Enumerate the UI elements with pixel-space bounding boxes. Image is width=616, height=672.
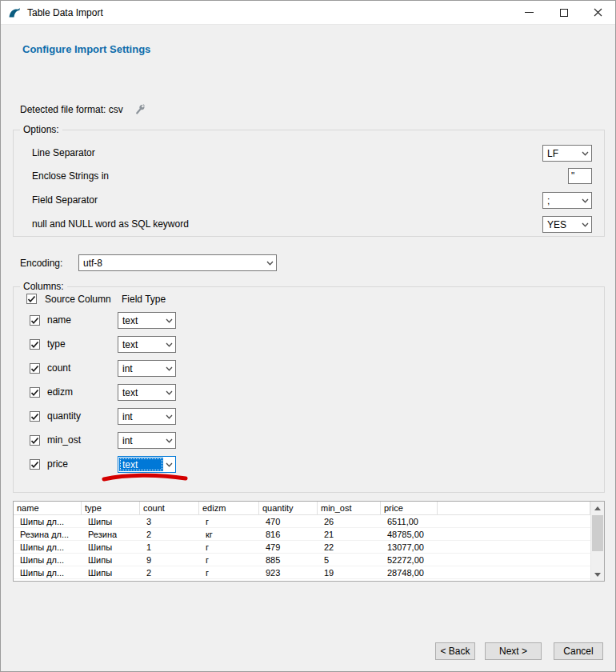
- checkbox-count[interactable]: [30, 363, 40, 374]
- preview-cell: г: [199, 541, 259, 553]
- option-row-enclose-strings: Enclose Strings in: [14, 168, 604, 185]
- field-type-dropdown-quantity[interactable]: int: [118, 408, 176, 425]
- preview-header-row: name type count edizm quantity min_ost p…: [14, 502, 590, 515]
- preview-cell: 816: [259, 528, 318, 540]
- option-row-field-separator: Field Separator ;: [14, 192, 604, 209]
- maximize-icon: [560, 9, 568, 17]
- mysql-app-icon: [8, 6, 21, 19]
- field-type-dropdown-min-ost[interactable]: int: [118, 432, 176, 449]
- scrollbar-thumb[interactable]: [592, 515, 603, 551]
- table-row[interactable]: Шипы дл... Шипы 9 г 885 5 52272,00: [14, 554, 590, 566]
- option-row-line-separator: Line Separator LF: [14, 145, 604, 162]
- checkbox-quantity[interactable]: [30, 411, 40, 422]
- column-label-count: count: [47, 360, 70, 377]
- field-type-value: text: [119, 338, 163, 351]
- cancel-button[interactable]: Cancel: [554, 642, 603, 660]
- preview-cell: кг: [199, 528, 259, 540]
- table-data-import-window: Table Data Import Configure Import Setti…: [0, 0, 616, 672]
- checkbox-min-ost[interactable]: [30, 435, 40, 446]
- preview-cell: 9: [140, 554, 199, 566]
- field-type-value: int: [119, 362, 163, 375]
- column-row-min-ost: min_ost int: [14, 432, 604, 449]
- field-separator-value: ;: [544, 194, 579, 207]
- null-keyword-dropdown[interactable]: YES: [542, 216, 592, 233]
- preview-cell: Шипы: [82, 541, 140, 553]
- scroll-up-button[interactable]: [591, 502, 604, 514]
- triangle-down-icon: [594, 573, 601, 577]
- preview-cell: Шипы дл...: [14, 541, 82, 553]
- column-row-name: name text: [14, 312, 604, 329]
- checkbox-price[interactable]: [30, 459, 40, 470]
- preview-cell: Шипы дл...: [14, 554, 82, 566]
- checkmark-icon: [30, 341, 39, 349]
- preview-col-header: name: [14, 502, 82, 514]
- field-type-dropdown-edizm[interactable]: text: [118, 384, 176, 401]
- close-button[interactable]: [581, 1, 615, 24]
- table-row[interactable]: Шипы дл... Шипы 2 г 923 19 28748,00: [14, 566, 590, 579]
- field-type-dropdown-name[interactable]: text: [118, 312, 176, 329]
- encoding-dropdown[interactable]: utf-8: [78, 254, 277, 271]
- null-keyword-value: YES: [544, 218, 579, 231]
- preview-cell: Резина дл...: [14, 528, 82, 540]
- close-icon: [594, 8, 602, 17]
- preview-cell: 5: [318, 554, 381, 566]
- preview-col-header-filler: [438, 502, 590, 514]
- chevron-down-icon: [264, 255, 276, 270]
- preview-cell-filler: [438, 566, 590, 578]
- line-separator-label: Line Separator: [32, 145, 95, 162]
- table-row[interactable]: Шипы дл... Шипы 3 г 470 26 6511,00: [14, 515, 590, 528]
- column-row-price: price text: [14, 456, 604, 473]
- checkmark-icon: [30, 389, 39, 397]
- titlebar: Table Data Import: [1, 1, 615, 25]
- preview-cell: 923: [259, 566, 318, 578]
- line-separator-dropdown[interactable]: LF: [542, 145, 592, 162]
- table-row[interactable]: Шипы дл... Шипы 1 г 479 22 13077,00: [14, 541, 590, 554]
- next-button[interactable]: Next >: [485, 642, 542, 660]
- checkbox-edizm[interactable]: [30, 387, 40, 398]
- field-type-value: int: [119, 410, 163, 423]
- chevron-down-icon: [163, 385, 175, 400]
- preview-cell: г: [199, 515, 259, 527]
- detected-format: Detected file format: csv: [20, 102, 146, 117]
- back-button[interactable]: < Back: [435, 642, 475, 660]
- select-all-checkbox[interactable]: [26, 294, 37, 304]
- minimize-button[interactable]: [512, 1, 546, 24]
- column-label-quantity: quantity: [47, 408, 81, 425]
- field-type-dropdown-type[interactable]: text: [118, 336, 176, 353]
- chevron-down-icon: [579, 146, 591, 161]
- field-type-dropdown-price[interactable]: text: [118, 456, 176, 473]
- maximize-button[interactable]: [546, 1, 581, 24]
- preview-col-header: price: [381, 502, 438, 514]
- checkbox-type[interactable]: [30, 339, 40, 350]
- vertical-scrollbar[interactable]: [590, 502, 604, 581]
- field-separator-dropdown[interactable]: ;: [542, 192, 592, 209]
- column-label-min-ost: min_ost: [47, 432, 81, 449]
- preview-cell: 26: [318, 515, 381, 527]
- scroll-down-button[interactable]: [591, 568, 604, 581]
- preview-cell: 3: [140, 515, 199, 527]
- options-group-label: Options:: [20, 124, 62, 135]
- field-type-dropdown-count[interactable]: int: [118, 360, 176, 377]
- column-row-count: count int: [14, 360, 604, 377]
- preview-cell: 19: [318, 566, 381, 578]
- encoding-label: Encoding:: [20, 258, 62, 269]
- enclose-strings-label: Enclose Strings in: [32, 168, 109, 185]
- chevron-down-icon: [163, 409, 175, 424]
- encoding-value: utf-8: [80, 256, 264, 270]
- detected-format-label: Detected file format: csv: [20, 104, 123, 115]
- field-separator-label: Field Separator: [32, 192, 98, 209]
- preview-cell: Шипы дл...: [14, 515, 82, 527]
- chevron-down-icon: [579, 217, 591, 232]
- table-row[interactable]: Резина дл... Резина 2 кг 816 21 48785,00: [14, 528, 590, 541]
- checkbox-name[interactable]: [30, 315, 40, 326]
- field-type-value: int: [119, 434, 163, 447]
- preview-cell: г: [199, 554, 259, 566]
- column-label-type: type: [47, 336, 66, 353]
- preview-cell: г: [199, 566, 259, 578]
- preview-cell: 6511,00: [381, 515, 438, 527]
- enclose-strings-input[interactable]: [568, 168, 592, 184]
- preview-cell: Шипы: [82, 515, 140, 527]
- preview-cell: 2: [140, 528, 199, 540]
- chevron-down-icon: [579, 193, 591, 208]
- wrench-icon: [134, 103, 146, 116]
